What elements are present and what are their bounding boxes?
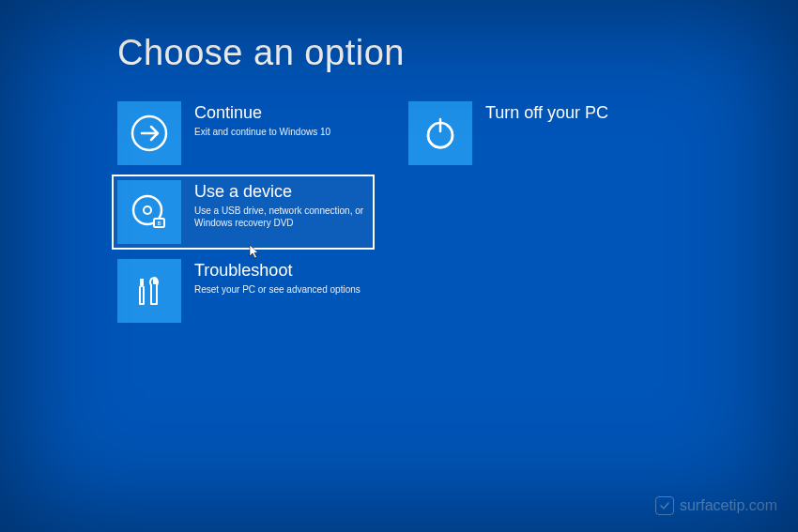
svg-point-2	[144, 206, 151, 214]
option-use-device-desc: Use a USB drive, network connection, or …	[194, 205, 369, 229]
option-use-device[interactable]: B Use a device Use a USB drive, network …	[112, 175, 375, 250]
option-continue[interactable]: Continue Exit and continue to Windows 10	[117, 101, 380, 165]
option-turn-off-title: Turn off your PC	[485, 103, 671, 124]
watermark-text: surfacetip.com	[680, 497, 777, 514]
options-grid: Continue Exit and continue to Windows 10…	[117, 101, 681, 323]
page-title: Choose an option	[117, 33, 681, 73]
option-troubleshoot-title: Troubleshoot	[194, 261, 380, 281]
option-troubleshoot[interactable]: Troubleshoot Reset your PC or see advanc…	[117, 259, 380, 323]
option-troubleshoot-desc: Reset your PC or see advanced options	[194, 283, 380, 296]
option-turn-off[interactable]: Turn off your PC	[408, 101, 671, 165]
svg-rect-5	[140, 279, 144, 285]
power-icon	[408, 101, 472, 165]
disc-icon: B	[117, 180, 181, 244]
option-continue-desc: Exit and continue to Windows 10	[194, 126, 380, 138]
svg-text:B: B	[157, 220, 161, 226]
option-use-device-title: Use a device	[194, 182, 369, 203]
watermark: surfacetip.com	[655, 496, 777, 515]
arrow-right-icon	[117, 101, 181, 165]
tools-icon	[117, 259, 181, 323]
option-continue-title: Continue	[194, 103, 380, 124]
watermark-logo-icon	[655, 496, 674, 515]
